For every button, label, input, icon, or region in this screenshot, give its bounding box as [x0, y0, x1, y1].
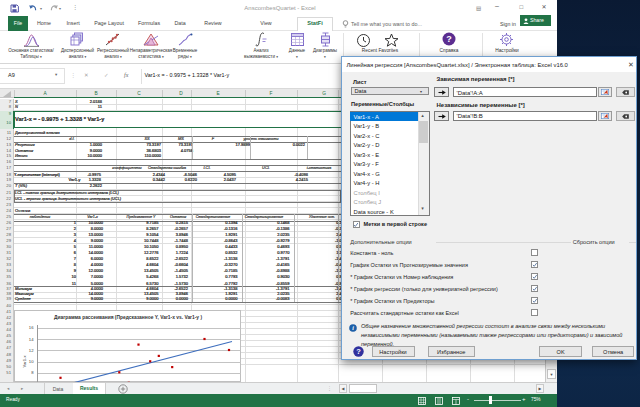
svg-text:?: ?: [356, 347, 361, 356]
